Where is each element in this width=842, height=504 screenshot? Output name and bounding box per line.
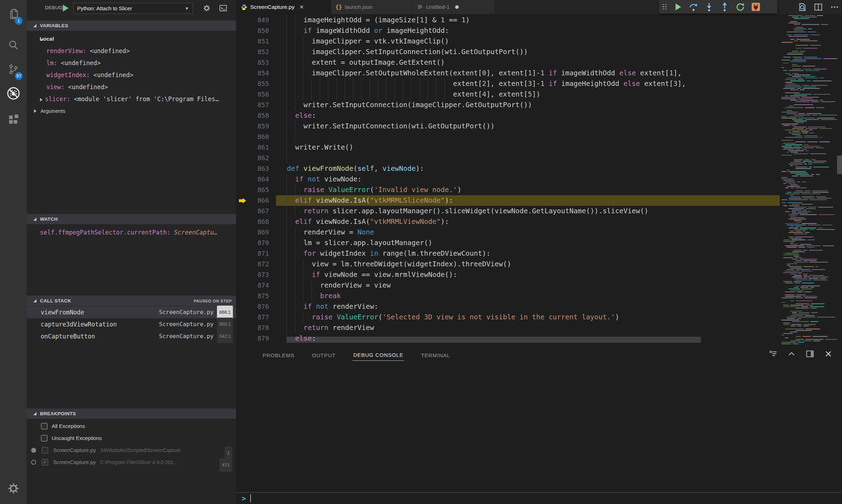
code-line[interactable]: 858 else: (236, 110, 842, 121)
callstack-frame-row[interactable]: capture3dViewRotationScreenCapture.py955… (27, 318, 236, 330)
step-out-button[interactable] (720, 2, 729, 12)
tab-screencapture-py[interactable]: ScreenCapture.py ✕ (236, 0, 331, 14)
code-line[interactable]: 862 (236, 153, 842, 163)
line-number[interactable]: 858 (236, 110, 269, 121)
code-line[interactable]: 879 else: (236, 333, 842, 344)
code-line[interactable]: 877 raise ValueError('Selected 3D view i… (236, 312, 842, 323)
toolbar-drag-grip[interactable] (663, 4, 666, 10)
checkbox[interactable] (41, 423, 47, 429)
variables-section-header[interactable]: VARIABLES (27, 21, 236, 31)
code-line[interactable]: 849 imageHeightOdd = (imageSize[1] & 1 =… (236, 15, 842, 25)
tab-output[interactable]: OUTPUT (311, 348, 336, 361)
line-number[interactable]: 864 (236, 174, 269, 185)
extensions-icon[interactable] (0, 107, 27, 133)
code-line[interactable]: 866 elif viewNode.IsA("vtkMRMLSliceNode"… (236, 195, 842, 206)
split-editor-icon[interactable] (814, 2, 823, 12)
code-line[interactable]: 873 if viewNode == view.mrmlViewNode(): (236, 270, 842, 280)
code-line[interactable]: 853 extent = outputImage.GetExtent() (236, 57, 842, 68)
tab-debug-console[interactable]: DEBUG CONSOLE (353, 347, 404, 361)
line-number[interactable]: 870 (236, 238, 269, 248)
line-number[interactable]: 866 (236, 195, 269, 206)
disconnect-button[interactable] (751, 2, 761, 12)
source-control-icon[interactable]: 97 (0, 57, 27, 82)
code-line[interactable]: 863 def viewFromNode(self, viewNode): (236, 163, 842, 174)
code-line[interactable]: 864 if not viewNode: (236, 174, 842, 185)
line-number[interactable]: 857 (236, 100, 269, 110)
line-number[interactable]: 859 (236, 121, 269, 132)
checkbox[interactable] (42, 447, 48, 453)
line-number[interactable]: 875 (236, 291, 269, 301)
code-line[interactable]: 865 raise ValueError('Invalid view node.… (236, 185, 842, 195)
code-line[interactable]: 878 return renderView (236, 323, 842, 333)
line-number[interactable]: 874 (236, 280, 269, 291)
variable-row[interactable]: renderView: <undefined> (27, 45, 236, 57)
panel-layout-icon[interactable] (806, 349, 814, 358)
line-number[interactable]: 861 (236, 142, 269, 153)
file-breakpoint-row[interactable]: ✓ScreenCapture.pyC:\Program Files\Slicer… (27, 456, 236, 468)
watch-expression-row[interactable]: self.ffmpegPathSelector.currentPath: Scr… (27, 226, 236, 238)
code-editor[interactable]: 849 imageHeightOdd = (imageSize[1] & 1 =… (236, 14, 842, 346)
variable-row[interactable]: view: <undefined> (27, 81, 236, 93)
code-line[interactable]: 859 writer.SetInputConnection(wti.GetOut… (236, 121, 842, 132)
line-number[interactable]: 869 (236, 227, 269, 238)
tab-problems[interactable]: PROBLEMS (262, 348, 295, 361)
maximize-panel-icon[interactable] (787, 349, 796, 358)
code-line[interactable]: 870 lm = slicer.app.layoutManager() (236, 238, 842, 248)
code-line[interactable]: 857 writer.SetInputConnection(imageClipp… (236, 100, 842, 110)
callstack-frame-row[interactable]: onCaptureButtonScreenCapture.py542:1 (27, 330, 236, 342)
code-line[interactable]: 876 if not renderView: (236, 301, 842, 312)
line-number[interactable]: 872 (236, 259, 269, 270)
exception-breakpoint-row[interactable]: Uncaught Exceptions (27, 432, 236, 444)
debug-settings-gear-icon[interactable] (202, 4, 211, 12)
code-line[interactable]: 852 imageClipper.SetInputConnection(wti.… (236, 47, 842, 57)
tab-terminal[interactable]: TERMINAL (420, 348, 451, 361)
line-number[interactable]: 852 (236, 47, 269, 57)
line-number[interactable]: 867 (236, 206, 269, 216)
variable-row[interactable]: widgetIndex: <undefined> (27, 69, 236, 81)
line-number[interactable]: 851 (236, 36, 269, 47)
watch-section-header[interactable]: WATCH (27, 214, 236, 224)
line-number[interactable]: 856 (236, 89, 269, 100)
code-line[interactable]: 850 if imageWidthOdd or imageHeightOdd: (236, 25, 842, 36)
breakpoints-section-header[interactable]: BREAKPOINTS (27, 409, 236, 419)
code-line[interactable]: 875 break (236, 291, 842, 301)
debug-icon-active[interactable] (0, 81, 27, 106)
line-number[interactable]: 877 (236, 312, 269, 323)
line-number[interactable]: 862 (236, 153, 269, 163)
code-line[interactable]: 869 renderView = None (236, 227, 842, 238)
debug-console-input[interactable]: > (236, 492, 842, 504)
close-tab-icon[interactable]: ✕ (299, 4, 304, 10)
callstack-section-header[interactable]: CALL STACK PAUSED ON STEP (27, 296, 236, 306)
code-line[interactable]: 855 extent[2], extent[3]-1 if imageHeigh… (236, 79, 842, 89)
line-number[interactable]: 860 (236, 132, 269, 142)
arguments-row[interactable]: Arguments (27, 105, 236, 117)
expand-arrow-icon[interactable] (40, 98, 42, 102)
tab-launch-json[interactable]: {} launch.json (331, 0, 412, 14)
file-breakpoint-row[interactable]: ScreenCapture.pyS4\Modules\Scripted\Scre… (27, 444, 236, 456)
line-number[interactable]: 849 (236, 15, 269, 25)
code-line[interactable]: 854 imageClipper.SetOutputWholeExtent(ex… (236, 68, 842, 79)
line-number[interactable]: 871 (236, 248, 269, 259)
clear-console-icon[interactable] (769, 349, 778, 358)
code-line[interactable]: 867 return slicer.app.layoutManager().sl… (236, 206, 842, 216)
line-number[interactable]: 850 (236, 25, 269, 36)
code-line[interactable]: 860 (236, 132, 842, 142)
code-line[interactable]: 871 for widgetIndex in range(lm.threeDVi… (236, 248, 842, 259)
close-panel-icon[interactable] (824, 349, 833, 358)
callstack-frame-row[interactable]: viewFromNodeScreenCapture.py866:1 (27, 306, 236, 318)
restart-button[interactable] (735, 2, 745, 12)
code-line[interactable]: 872 view = lm.threeDWidget(widgetIndex).… (236, 259, 842, 270)
line-number[interactable]: 863 (236, 163, 269, 174)
variable-row[interactable]: lm: <undefined> (27, 57, 236, 69)
code-line[interactable]: 856 extent[4], extent[5]) (236, 89, 842, 100)
explorer-icon[interactable]: 1 (0, 1, 27, 27)
variable-row[interactable]: slicer: <module 'slicer' from 'C:\Progra… (27, 93, 236, 105)
line-number[interactable]: 853 (236, 57, 269, 68)
exception-breakpoint-row[interactable]: All Exceptions (27, 420, 236, 432)
line-number[interactable]: 854 (236, 68, 269, 79)
open-preview-icon[interactable] (797, 2, 807, 12)
variables-scope-row[interactable]: Local (27, 33, 236, 45)
step-over-button[interactable] (689, 2, 698, 12)
checkbox[interactable]: ✓ (42, 459, 48, 465)
settings-gear-icon[interactable] (0, 476, 27, 501)
